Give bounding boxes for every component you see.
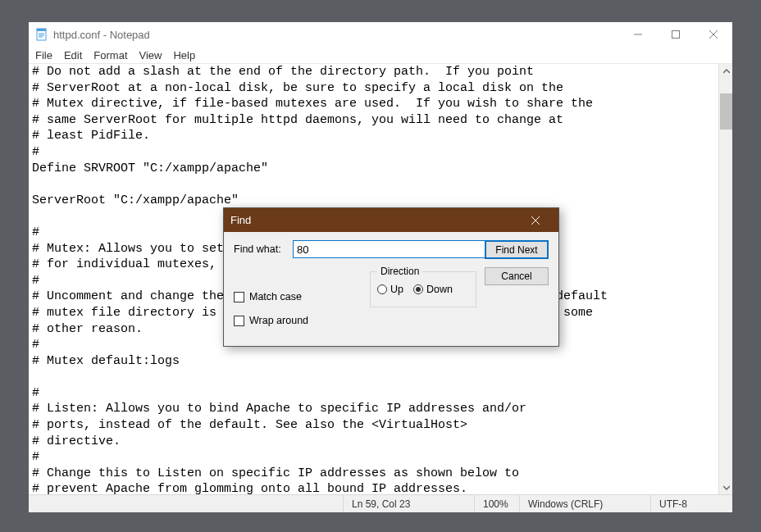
- find-dialog-title: Find: [230, 214, 251, 226]
- find-next-label: Find Next: [495, 244, 537, 256]
- maximize-button[interactable]: [657, 22, 695, 47]
- find-titlebar[interactable]: Find: [224, 208, 558, 232]
- direction-label: Direction: [377, 266, 422, 277]
- scroll-up-icon[interactable]: [719, 64, 732, 78]
- radio-icon: [413, 284, 423, 294]
- status-line-ending: Windows (CRLF): [519, 495, 650, 512]
- match-case-label: Match case: [249, 291, 302, 302]
- status-caret-position: Ln 59, Col 23: [343, 495, 474, 512]
- svg-rect-1: [37, 29, 46, 31]
- close-button[interactable]: [695, 22, 732, 47]
- find-close-button[interactable]: [519, 208, 552, 232]
- menu-file[interactable]: File: [30, 48, 57, 62]
- scrollbar-thumb[interactable]: [720, 93, 732, 130]
- find-what-label: Find what:: [234, 243, 286, 255]
- status-encoding: UTF-8: [650, 495, 732, 512]
- status-zoom: 100%: [474, 495, 519, 512]
- direction-up-radio[interactable]: Up: [377, 284, 403, 295]
- scroll-down-icon[interactable]: [719, 480, 732, 494]
- radio-icon: [377, 284, 387, 294]
- checkbox-icon: [234, 316, 244, 326]
- find-dialog: Find Find what: Find Next Cancel Directi…: [223, 207, 559, 347]
- minimize-button[interactable]: [619, 22, 657, 47]
- direction-groupbox: Direction Up Down: [370, 271, 476, 307]
- direction-down-radio[interactable]: Down: [413, 284, 453, 295]
- menu-view[interactable]: View: [134, 48, 167, 62]
- titlebar: httpd.conf - Notepad: [29, 22, 732, 47]
- window-controls: [619, 22, 732, 47]
- svg-rect-6: [672, 31, 680, 39]
- wrap-around-label: Wrap around: [249, 315, 308, 326]
- match-case-checkbox[interactable]: Match case: [234, 291, 308, 302]
- statusbar: Ln 59, Col 23 100% Windows (CRLF) UTF-8: [29, 494, 732, 512]
- checkbox-icon: [234, 292, 244, 302]
- menu-help[interactable]: Help: [168, 48, 200, 62]
- wrap-around-checkbox[interactable]: Wrap around: [234, 315, 308, 326]
- cancel-button[interactable]: Cancel: [485, 267, 549, 285]
- cancel-label: Cancel: [501, 271, 531, 282]
- window-title: httpd.conf - Notepad: [53, 29, 150, 41]
- vertical-scrollbar[interactable]: [718, 64, 732, 494]
- statusbar-spacer: [29, 495, 343, 512]
- menubar: File Edit Format View Help: [29, 47, 732, 63]
- menu-edit[interactable]: Edit: [59, 48, 87, 62]
- notepad-icon: [35, 28, 48, 41]
- menu-format[interactable]: Format: [89, 48, 132, 62]
- direction-down-label: Down: [426, 284, 453, 295]
- find-next-button[interactable]: Find Next: [485, 240, 549, 259]
- direction-up-label: Up: [390, 284, 403, 295]
